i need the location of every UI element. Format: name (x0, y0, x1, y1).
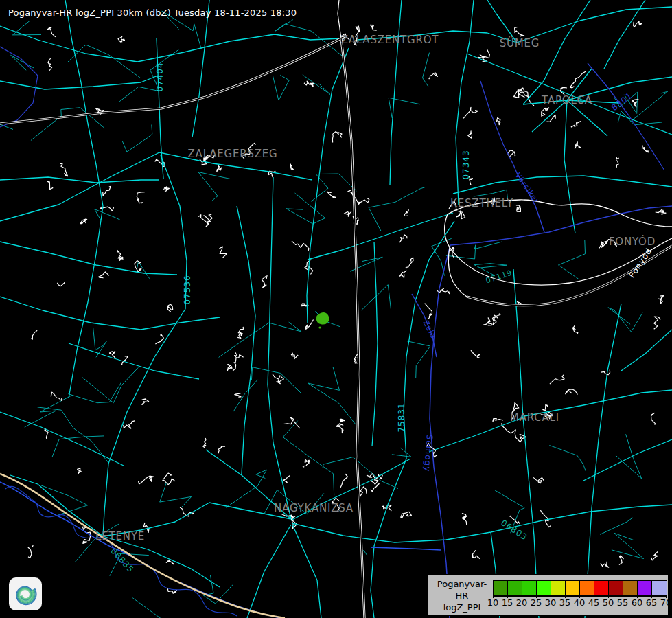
village-outline (429, 73, 438, 80)
legend-color-scale (493, 580, 667, 597)
legend-radar-name: Poganyvar-HR (431, 578, 493, 602)
legend-tick-45: 45 (588, 597, 600, 608)
village-outline (399, 271, 406, 278)
legend-cell-50 (609, 581, 623, 595)
village-outline (656, 210, 666, 215)
legend-cell-65 (652, 581, 667, 595)
road-label-75831: 75831 (397, 402, 406, 432)
river-layer (0, 47, 441, 618)
village-outline (633, 100, 639, 108)
legend-cell-55 (623, 581, 638, 595)
village-outline (493, 314, 500, 325)
minor-road (67, 45, 141, 78)
minor-road (198, 172, 231, 201)
legend-tick-30: 30 (545, 597, 557, 608)
village-outline (472, 550, 480, 558)
road-label-07536: 07536 (183, 275, 192, 304)
boundary-layer (412, 63, 672, 618)
minor-road (286, 193, 325, 224)
village-outline (233, 358, 236, 371)
village-outline (103, 186, 111, 196)
village-outline (571, 122, 581, 128)
legend-cell-45 (594, 581, 609, 595)
minor-road (407, 341, 430, 378)
village-outline (235, 352, 244, 358)
minor-road (119, 87, 159, 101)
village-outline (572, 325, 578, 334)
village-outline (218, 446, 225, 453)
minor-road (549, 446, 586, 472)
road-label-07404: 07404 (155, 62, 165, 91)
minor-road (82, 367, 139, 402)
minor-road (38, 407, 108, 462)
radar-echo-dot (318, 326, 321, 328)
legend-cell-10 (494, 581, 508, 595)
village-outline (60, 163, 67, 176)
city-label-keszthely: KESZTHELY (450, 197, 513, 209)
legend-tick-70: 70 (660, 597, 672, 608)
village-outline (235, 393, 241, 397)
village-outline (406, 258, 413, 268)
village-outline (496, 118, 500, 125)
village-outline (542, 108, 549, 116)
village-outline (483, 318, 491, 325)
village-outline (167, 304, 173, 312)
village-outline (327, 192, 336, 198)
village-outline (518, 89, 528, 97)
village-outline (227, 365, 233, 371)
minor-road (559, 240, 586, 279)
minor-road (119, 598, 163, 618)
village-outline (634, 21, 642, 27)
village-outline (203, 438, 206, 448)
legend-cell-60 (638, 581, 652, 595)
village-outline (303, 459, 310, 467)
minor-road (12, 21, 41, 35)
minor-road (122, 125, 152, 152)
village-outline (121, 356, 127, 365)
radar-echo (316, 312, 329, 325)
village-outline (651, 552, 658, 560)
village-outline (566, 389, 578, 395)
radar-map-svg (0, 0, 672, 618)
legend-tick-55: 55 (617, 597, 629, 608)
village-outline (332, 132, 342, 143)
legend-cell-40 (580, 581, 594, 595)
legend-tick-10: 10 (487, 597, 499, 608)
minor-road (323, 457, 398, 489)
village-outline (575, 142, 581, 149)
village-outline (237, 327, 243, 338)
spiral-icon (9, 577, 42, 610)
village-outline (166, 560, 173, 564)
village-outline (291, 353, 298, 359)
minor-road (25, 396, 72, 427)
village-outline (371, 484, 379, 492)
village-outline (32, 330, 38, 339)
village-outline (502, 423, 526, 442)
city-label-zalaszentgrt: ZALASZENTGRÓT (341, 34, 439, 46)
legend-tick-40: 40 (574, 597, 586, 608)
legend-tick-60: 60 (632, 597, 643, 608)
village-outline (198, 215, 209, 227)
minor-road (251, 367, 301, 393)
hungaromet-spiral-logo (9, 577, 42, 610)
village-outline (540, 510, 551, 527)
city-label-tapolca: TAPOLCA (542, 94, 592, 106)
minor-road (273, 75, 290, 100)
village-outline (371, 25, 377, 30)
village-outline (542, 404, 548, 411)
village-outline (283, 475, 290, 483)
minor-road (0, 121, 13, 168)
legend-cell-25 (537, 581, 551, 595)
village-outline (163, 187, 169, 192)
village-outline (493, 419, 503, 422)
village-outline (404, 209, 408, 216)
legend-cell-15 (508, 581, 522, 595)
village-outline (463, 107, 478, 118)
legend-unit: dbZ (431, 613, 493, 618)
village-outline (360, 487, 367, 497)
village-outline (400, 235, 408, 242)
legend-tick-25: 25 (531, 597, 542, 608)
minor-road (446, 242, 502, 259)
village-outline (462, 514, 467, 525)
legend-title: Poganyvar-HR logZ_PPI dbZ (431, 578, 493, 618)
